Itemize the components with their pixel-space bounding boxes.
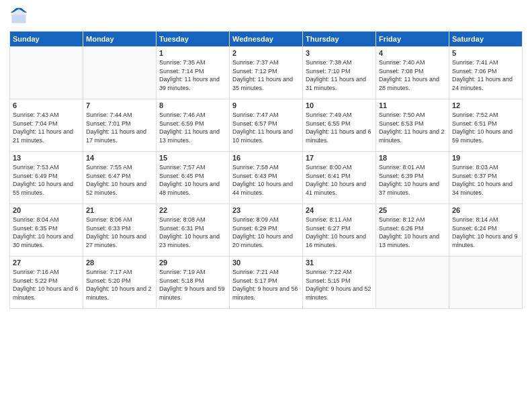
day-info: Sunrise: 7:49 AM Sunset: 6:55 PM Dayligh… (306, 111, 373, 144)
calendar-cell: 4Sunrise: 7:40 AM Sunset: 7:08 PM Daylig… (376, 47, 449, 99)
day-number: 24 (306, 206, 373, 214)
calendar-cell: 8Sunrise: 7:46 AM Sunset: 6:59 PM Daylig… (157, 99, 230, 152)
col-header-wednesday: Wednesday (230, 32, 303, 47)
day-number: 20 (13, 206, 80, 214)
calendar-cell: 19Sunrise: 8:03 AM Sunset: 6:37 PM Dayli… (449, 152, 523, 204)
day-info: Sunrise: 7:38 AM Sunset: 7:10 PM Dayligh… (306, 58, 373, 92)
day-number: 30 (232, 259, 300, 267)
day-info: Sunrise: 7:19 AM Sunset: 5:18 PM Dayligh… (159, 268, 226, 302)
day-number: 14 (86, 154, 153, 162)
day-info: Sunrise: 8:14 AM Sunset: 6:24 PM Dayligh… (452, 216, 519, 249)
calendar-cell: 11Sunrise: 7:50 AM Sunset: 6:53 PM Dayli… (376, 99, 449, 152)
col-header-sunday: Sunday (10, 32, 83, 47)
day-number: 4 (379, 49, 446, 57)
calendar-cell (449, 257, 523, 309)
day-info: Sunrise: 7:22 AM Sunset: 5:15 PM Dayligh… (306, 268, 373, 302)
day-number: 28 (86, 259, 153, 267)
calendar-cell: 5Sunrise: 7:41 AM Sunset: 7:06 PM Daylig… (449, 47, 523, 99)
day-number: 25 (379, 206, 446, 214)
svg-rect-3 (12, 15, 26, 23)
calendar-cell: 14Sunrise: 7:55 AM Sunset: 6:47 PM Dayli… (83, 152, 157, 204)
day-number: 1 (159, 49, 226, 57)
calendar-cell: 1Sunrise: 7:35 AM Sunset: 7:14 PM Daylig… (157, 47, 230, 99)
day-info: Sunrise: 7:16 AM Sunset: 5:22 PM Dayligh… (13, 268, 80, 302)
day-info: Sunrise: 7:47 AM Sunset: 6:57 PM Dayligh… (232, 111, 300, 144)
day-info: Sunrise: 8:03 AM Sunset: 6:37 PM Dayligh… (452, 163, 519, 197)
day-info: Sunrise: 8:08 AM Sunset: 6:31 PM Dayligh… (159, 216, 226, 249)
day-number: 8 (159, 101, 226, 109)
day-info: Sunrise: 7:52 AM Sunset: 6:51 PM Dayligh… (452, 111, 519, 144)
calendar-cell (83, 47, 157, 99)
calendar-cell: 12Sunrise: 7:52 AM Sunset: 6:51 PM Dayli… (449, 99, 523, 152)
day-info: Sunrise: 7:21 AM Sunset: 5:17 PM Dayligh… (232, 268, 300, 302)
day-number: 6 (13, 101, 80, 109)
day-info: Sunrise: 7:53 AM Sunset: 6:49 PM Dayligh… (13, 163, 80, 197)
col-header-thursday: Thursday (303, 32, 376, 47)
day-number: 12 (452, 101, 519, 109)
day-number: 10 (306, 101, 373, 109)
calendar-cell: 26Sunrise: 8:14 AM Sunset: 6:24 PM Dayli… (449, 204, 523, 257)
col-header-tuesday: Tuesday (157, 32, 230, 47)
day-number: 18 (379, 154, 446, 162)
calendar-cell: 25Sunrise: 8:12 AM Sunset: 6:26 PM Dayli… (376, 204, 449, 257)
day-info: Sunrise: 7:57 AM Sunset: 6:45 PM Dayligh… (159, 163, 226, 197)
day-number: 21 (86, 206, 153, 214)
day-number: 22 (159, 206, 226, 214)
calendar-cell: 29Sunrise: 7:19 AM Sunset: 5:18 PM Dayli… (157, 257, 230, 309)
calendar-cell: 28Sunrise: 7:17 AM Sunset: 5:20 PM Dayli… (83, 257, 157, 309)
col-header-monday: Monday (83, 32, 157, 47)
calendar-cell: 24Sunrise: 8:11 AM Sunset: 6:27 PM Dayli… (303, 204, 376, 257)
day-info: Sunrise: 7:50 AM Sunset: 6:53 PM Dayligh… (379, 111, 446, 144)
day-info: Sunrise: 7:40 AM Sunset: 7:08 PM Dayligh… (379, 58, 446, 92)
day-number: 27 (13, 259, 80, 267)
day-number: 7 (86, 101, 153, 109)
calendar-cell: 10Sunrise: 7:49 AM Sunset: 6:55 PM Dayli… (303, 99, 376, 152)
col-header-friday: Friday (376, 32, 449, 47)
day-number: 15 (159, 154, 226, 162)
day-info: Sunrise: 7:43 AM Sunset: 7:04 PM Dayligh… (13, 111, 80, 144)
day-info: Sunrise: 7:58 AM Sunset: 6:43 PM Dayligh… (232, 163, 300, 197)
calendar-cell: 13Sunrise: 7:53 AM Sunset: 6:49 PM Dayli… (10, 152, 83, 204)
day-number: 29 (159, 259, 226, 267)
logo-icon (9, 7, 28, 26)
day-number: 2 (232, 49, 300, 57)
day-info: Sunrise: 7:35 AM Sunset: 7:14 PM Dayligh… (159, 58, 226, 92)
calendar-cell: 18Sunrise: 8:01 AM Sunset: 6:39 PM Dayli… (376, 152, 449, 204)
calendar-cell: 7Sunrise: 7:44 AM Sunset: 7:01 PM Daylig… (83, 99, 157, 152)
day-number: 23 (232, 206, 300, 214)
day-info: Sunrise: 8:06 AM Sunset: 6:33 PM Dayligh… (86, 216, 153, 249)
day-info: Sunrise: 8:04 AM Sunset: 6:35 PM Dayligh… (13, 216, 80, 249)
day-number: 31 (306, 259, 373, 267)
calendar-cell: 23Sunrise: 8:09 AM Sunset: 6:29 PM Dayli… (230, 204, 303, 257)
calendar-cell: 31Sunrise: 7:22 AM Sunset: 5:15 PM Dayli… (303, 257, 376, 309)
calendar-cell: 6Sunrise: 7:43 AM Sunset: 7:04 PM Daylig… (10, 99, 83, 152)
day-info: Sunrise: 7:44 AM Sunset: 7:01 PM Dayligh… (86, 111, 153, 144)
calendar-cell: 20Sunrise: 8:04 AM Sunset: 6:35 PM Dayli… (10, 204, 83, 257)
calendar-cell: 2Sunrise: 7:37 AM Sunset: 7:12 PM Daylig… (230, 47, 303, 99)
col-header-saturday: Saturday (449, 32, 523, 47)
day-info: Sunrise: 7:41 AM Sunset: 7:06 PM Dayligh… (452, 58, 519, 92)
day-info: Sunrise: 8:01 AM Sunset: 6:39 PM Dayligh… (379, 163, 446, 197)
day-number: 19 (452, 154, 519, 162)
day-info: Sunrise: 7:55 AM Sunset: 6:47 PM Dayligh… (86, 163, 153, 197)
day-number: 9 (232, 101, 300, 109)
calendar-cell: 9Sunrise: 7:47 AM Sunset: 6:57 PM Daylig… (230, 99, 303, 152)
day-number: 26 (452, 206, 519, 214)
day-number: 13 (13, 154, 80, 162)
day-number: 5 (452, 49, 519, 57)
calendar-cell: 21Sunrise: 8:06 AM Sunset: 6:33 PM Dayli… (83, 204, 157, 257)
calendar-table: SundayMondayTuesdayWednesdayThursdayFrid… (9, 31, 523, 309)
day-info: Sunrise: 7:17 AM Sunset: 5:20 PM Dayligh… (86, 268, 153, 302)
calendar-cell: 16Sunrise: 7:58 AM Sunset: 6:43 PM Dayli… (230, 152, 303, 204)
calendar-cell (376, 257, 449, 309)
day-number: 3 (306, 49, 373, 57)
calendar-cell (10, 47, 83, 99)
calendar-cell: 27Sunrise: 7:16 AM Sunset: 5:22 PM Dayli… (10, 257, 83, 309)
day-info: Sunrise: 8:00 AM Sunset: 6:41 PM Dayligh… (306, 163, 373, 197)
day-info: Sunrise: 8:09 AM Sunset: 6:29 PM Dayligh… (232, 216, 300, 249)
day-info: Sunrise: 7:37 AM Sunset: 7:12 PM Dayligh… (232, 58, 300, 92)
day-number: 11 (379, 101, 446, 109)
day-number: 17 (306, 154, 373, 162)
day-info: Sunrise: 8:11 AM Sunset: 6:27 PM Dayligh… (306, 216, 373, 249)
calendar-cell: 3Sunrise: 7:38 AM Sunset: 7:10 PM Daylig… (303, 47, 376, 99)
